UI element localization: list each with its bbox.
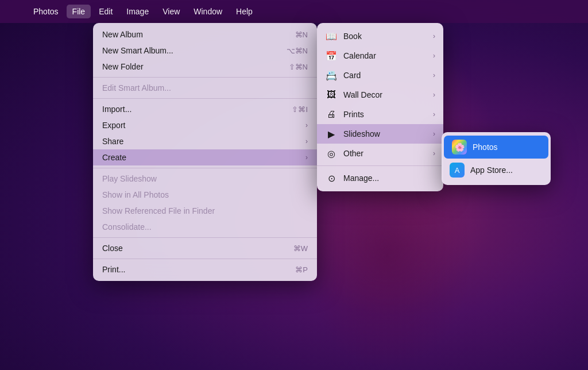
menu-item-label: Print... — [102, 265, 125, 274]
menu-item-label: Share — [102, 137, 123, 146]
submenu-item-other[interactable]: ◎ Other › — [317, 144, 443, 163]
menu-item-export[interactable]: Export › — [93, 117, 317, 133]
menu-item-print[interactable]: Print... ⌘P — [93, 261, 317, 278]
submenu-item-label: Calendar — [343, 51, 376, 60]
create-submenu: 📖 Book › 📅 Calendar › 📇 Card › 🖼 Wall De… — [317, 23, 443, 191]
menu-item-label: Show Referenced File in Finder — [102, 206, 215, 215]
file-menu: New Album ⌘N New Smart Album... ⌥⌘N New … — [93, 23, 317, 281]
arrow-card: › — [433, 71, 435, 79]
menu-item-import[interactable]: Import... ⇧⌘I — [93, 101, 317, 117]
apple-menu-icon[interactable] — [7, 0, 25, 23]
manage-icon: ⊙ — [325, 172, 338, 184]
arrow-prints: › — [433, 110, 435, 118]
arrow-slideshow: › — [433, 130, 435, 138]
menu-item-create[interactable]: Create › — [93, 149, 317, 165]
photos-app-icon: 🌸 — [452, 140, 467, 155]
menu-item-play-slideshow: Play Slideshow — [93, 171, 317, 187]
book-icon: 📖 — [325, 30, 338, 43]
menubar-item-image[interactable]: Image — [121, 5, 154, 18]
submenu-item-label: Other — [343, 149, 363, 158]
menubar-item-photos[interactable]: Photos — [28, 5, 64, 18]
shortcut-new-smart-album: ⌥⌘N — [287, 47, 308, 55]
menu-item-show-all-photos: Show in All Photos — [93, 187, 317, 203]
arrow-calendar: › — [433, 52, 435, 60]
menubar: Photos File Edit Image View Window Help — [0, 0, 588, 23]
submenu-item-label: Manage... — [343, 174, 379, 183]
divider-1 — [93, 77, 317, 78]
slideshow-icon: ▶ — [325, 128, 338, 140]
menu-item-show-referenced: Show Referenced File in Finder — [93, 203, 317, 219]
arrow-export: › — [305, 121, 308, 129]
menu-item-new-smart-album[interactable]: New Smart Album... ⌥⌘N — [93, 43, 317, 59]
prints-icon: 🖨 — [325, 108, 338, 121]
card-icon: 📇 — [325, 69, 338, 82]
divider-3 — [93, 168, 317, 168]
arrow-other: › — [433, 149, 435, 157]
menu-item-label: Show in All Photos — [102, 190, 169, 199]
shortcut-print: ⌘P — [295, 265, 308, 274]
menu-item-label: Create — [102, 153, 126, 162]
menu-item-label: Edit Smart Album... — [102, 83, 171, 92]
submenu-item-prints[interactable]: 🖨 Prints › — [317, 105, 443, 124]
menu-item-label: Play Slideshow — [102, 174, 157, 183]
menu-item-label: New Album — [102, 30, 143, 39]
menu-item-label: Import... — [102, 105, 131, 114]
arrow-share: › — [305, 137, 308, 145]
submenu-item-label: Book — [343, 32, 362, 41]
shortcut-new-folder: ⇧⌘N — [289, 63, 308, 71]
shortcut-new-album: ⌘N — [295, 30, 308, 39]
other-icon: ◎ — [325, 147, 338, 160]
slideshow-item-photos[interactable]: 🌸 Photos — [444, 136, 548, 159]
menu-item-label: Export — [102, 121, 125, 130]
shortcut-close: ⌘W — [293, 244, 308, 253]
submenu-item-book[interactable]: 📖 Book › — [317, 26, 443, 46]
menu-item-new-album[interactable]: New Album ⌘N — [93, 26, 317, 43]
submenu-item-card[interactable]: 📇 Card › — [317, 65, 443, 85]
submenu-item-calendar[interactable]: 📅 Calendar › — [317, 46, 443, 65]
menu-item-label: Consolidate... — [102, 222, 152, 232]
menu-item-label: New Folder — [102, 62, 144, 71]
slideshow-item-label: App Store... — [470, 165, 513, 175]
wall-decor-icon: 🖼 — [325, 88, 338, 101]
menubar-item-help[interactable]: Help — [230, 5, 258, 18]
submenu-item-label: Wall Decor — [343, 90, 382, 99]
divider-2 — [93, 98, 317, 99]
submenu-divider — [317, 165, 443, 166]
menu-item-consolidate: Consolidate... — [93, 219, 317, 235]
menubar-item-view[interactable]: View — [157, 5, 185, 18]
menu-item-share[interactable]: Share › — [93, 133, 317, 149]
arrow-wall-decor: › — [433, 91, 435, 99]
menu-item-label: New Smart Album... — [102, 46, 173, 55]
slideshow-submenu: 🌸 Photos A App Store... — [442, 132, 551, 185]
submenu-item-slideshow[interactable]: ▶ Slideshow › — [317, 124, 443, 144]
calendar-icon: 📅 — [325, 49, 338, 62]
submenu-item-label: Prints — [343, 110, 364, 119]
shortcut-import: ⇧⌘I — [292, 105, 308, 114]
submenu-item-label: Card — [343, 71, 361, 80]
arrow-book: › — [433, 32, 435, 40]
slideshow-item-label: Photos — [473, 142, 498, 152]
menu-item-edit-smart-album: Edit Smart Album... — [93, 80, 317, 96]
menu-item-new-folder[interactable]: New Folder ⇧⌘N — [93, 59, 317, 75]
slideshow-item-app-store[interactable]: A App Store... — [442, 159, 551, 182]
divider-4 — [93, 237, 317, 238]
app-store-icon: A — [450, 163, 465, 178]
menubar-item-file[interactable]: File — [67, 5, 91, 18]
submenu-item-wall-decor[interactable]: 🖼 Wall Decor › — [317, 85, 443, 105]
submenu-item-label: Slideshow — [343, 129, 380, 138]
menubar-item-window[interactable]: Window — [188, 5, 228, 18]
menu-item-label: Close — [102, 244, 123, 253]
submenu-item-manage[interactable]: ⊙ Manage... — [317, 168, 443, 188]
menu-item-close[interactable]: Close ⌘W — [93, 240, 317, 256]
menubar-item-edit[interactable]: Edit — [93, 5, 118, 18]
divider-5 — [93, 259, 317, 259]
arrow-create: › — [305, 153, 308, 161]
